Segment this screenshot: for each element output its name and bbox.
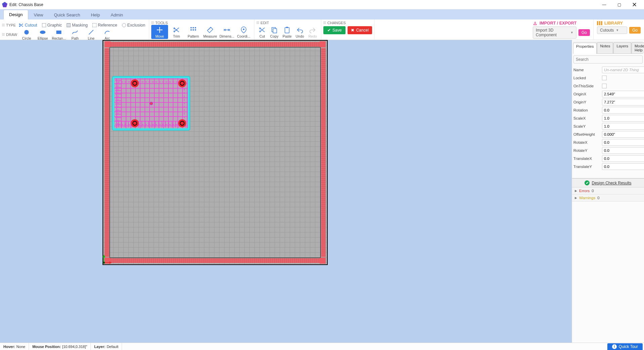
tool-move[interactable]: Move xyxy=(151,25,168,39)
tool-measure[interactable]: Measure xyxy=(202,25,218,39)
design-check-results: ✔ Design Check Results ▶ Errors 0 ▶ Warn… xyxy=(572,178,644,202)
draw-line[interactable]: Line xyxy=(83,28,99,42)
library-label: LIBRARY xyxy=(597,21,641,26)
prop-offsetheight-input[interactable] xyxy=(602,131,644,138)
prop-rotatex-label: RotateX xyxy=(573,140,602,144)
prop-originy-input[interactable] xyxy=(602,99,644,105)
save-button[interactable]: ✔Save xyxy=(323,26,346,34)
edit-undo[interactable]: Undo xyxy=(293,25,306,39)
titlebar: Edit: Chassis Base — ▢ ✕ xyxy=(0,0,644,9)
svg-rect-6 xyxy=(195,27,196,29)
prop-locked-checkbox[interactable] xyxy=(602,76,607,80)
type-exclusion[interactable]: Exclusion xyxy=(120,22,147,28)
menu-tab-design[interactable]: Design xyxy=(3,10,28,19)
prop-originx-input[interactable] xyxy=(602,91,644,97)
menu-tab-admin[interactable]: Admin xyxy=(105,10,128,19)
exclusion-icon xyxy=(122,23,126,27)
paste-icon xyxy=(283,26,291,34)
prop-offsetheight-label: OffsetHeight xyxy=(573,132,602,136)
edit-paste[interactable]: Paste xyxy=(281,25,293,39)
reference-icon xyxy=(92,23,96,27)
prop-onthisside-checkbox[interactable] xyxy=(602,84,607,88)
draw-arc[interactable]: Arc xyxy=(99,28,115,42)
library-dropdown[interactable]: Cutouts▼ xyxy=(597,27,627,34)
prop-onthisside-label: OnThisSide xyxy=(573,84,602,88)
menu-tab-help[interactable]: Help xyxy=(85,10,105,19)
ribbon-changes: CHANGES ✔Save ✖Cancel xyxy=(321,19,374,40)
status-hover: Hover:None xyxy=(0,343,29,350)
square-icon xyxy=(42,23,46,27)
prop-name-input[interactable] xyxy=(602,67,644,73)
library-go-button[interactable]: Go xyxy=(629,27,641,34)
prop-rotation-input[interactable] xyxy=(602,107,644,114)
wall-left xyxy=(105,48,109,257)
draw-ellipse[interactable]: Ellipse xyxy=(35,28,51,42)
tool-coordinate[interactable]: Coordi... xyxy=(235,25,252,39)
design-canvas[interactable] xyxy=(0,40,572,343)
mount-hole xyxy=(178,79,186,87)
tools-group-label: TOOLS xyxy=(151,21,252,25)
window-minimize-button[interactable]: — xyxy=(597,0,612,9)
prop-rotatey-label: RotateY xyxy=(573,148,602,152)
window-title: Edit: Chassis Base xyxy=(9,2,43,7)
ribbon-tools: TOOLS Move Trim Pattern Measure Dimens..… xyxy=(149,19,254,40)
svg-marker-18 xyxy=(109,261,112,264)
svg-point-0 xyxy=(25,30,29,34)
prop-translatex-input[interactable] xyxy=(602,155,644,162)
svg-line-3 xyxy=(89,30,93,34)
move-icon xyxy=(156,26,164,34)
ellipse-icon xyxy=(39,29,46,36)
import-go-button[interactable]: Go xyxy=(578,29,590,36)
dimension-icon xyxy=(223,26,231,34)
ribbon: TYPE Cutout Graphic Masking Reference Ex… xyxy=(0,19,644,40)
draw-path[interactable]: Path xyxy=(67,28,83,42)
prop-originx-label: OriginX xyxy=(573,92,602,96)
ok-icon: ✔ xyxy=(585,180,590,185)
quick-tour-button[interactable]: iQuick Tour xyxy=(607,343,643,350)
workpiece[interactable] xyxy=(103,40,328,265)
design-check-errors[interactable]: ▶ Errors 0 xyxy=(572,187,644,194)
prop-translatey-input[interactable] xyxy=(602,163,644,170)
tool-trim[interactable]: Trim xyxy=(168,25,185,39)
path-icon xyxy=(71,29,79,36)
tab-mode-help[interactable]: Mode Help xyxy=(632,42,644,53)
prop-name-label: Name xyxy=(573,68,602,72)
design-check-header[interactable]: ✔ Design Check Results xyxy=(572,178,644,187)
edit-group-label: EDIT xyxy=(256,21,319,25)
edit-cut[interactable]: Cut xyxy=(256,25,268,39)
status-bar: Hover:None Mouse Position:[10.694,0.318]… xyxy=(0,343,644,350)
cancel-button[interactable]: ✖Cancel xyxy=(348,26,372,34)
caret-down-icon: ▼ xyxy=(570,31,573,34)
component-origin xyxy=(150,102,153,105)
measure-icon xyxy=(206,26,214,34)
menu-tab-quick-search[interactable]: Quick Search xyxy=(48,10,85,19)
import-export-label: IMPORT / EXPORT xyxy=(533,21,590,26)
status-layer: Layer:Default xyxy=(91,343,122,350)
tool-dimension[interactable]: Dimens... xyxy=(218,25,235,39)
window-close-button[interactable]: ✕ xyxy=(627,0,642,9)
edit-copy[interactable]: Copy xyxy=(268,25,281,39)
selected-component[interactable] xyxy=(112,76,190,131)
prop-rotatex-input[interactable] xyxy=(602,139,644,146)
design-check-warnings[interactable]: ▶ Warnings 0 xyxy=(572,194,644,202)
tool-pattern[interactable]: Pattern xyxy=(185,25,202,39)
draw-circle[interactable]: Circle xyxy=(18,28,35,42)
prop-scaley-input[interactable] xyxy=(602,123,644,130)
status-mouse-position: Mouse Position:[10.694,0.318]" xyxy=(29,343,91,350)
prop-scalex-input[interactable] xyxy=(602,115,644,122)
property-search-input[interactable] xyxy=(573,55,643,63)
svg-rect-5 xyxy=(193,27,194,29)
window-maximize-button[interactable]: ▢ xyxy=(612,0,627,9)
wall-bottom xyxy=(105,258,325,263)
changes-group-label: CHANGES xyxy=(323,21,372,25)
tab-notes[interactable]: Notes xyxy=(597,42,613,53)
draw-rectangle[interactable]: Rectan... xyxy=(51,28,67,42)
menu-tab-view[interactable]: View xyxy=(28,10,48,19)
tab-properties[interactable]: Properties xyxy=(573,43,597,54)
copy-icon xyxy=(270,26,278,34)
import-dropdown[interactable]: Import 3D Component▼ xyxy=(533,27,576,39)
prop-rotatey-input[interactable] xyxy=(602,147,644,154)
undo-icon xyxy=(296,26,304,34)
library-icon xyxy=(597,21,602,25)
tab-layers[interactable]: Layers xyxy=(613,42,631,53)
